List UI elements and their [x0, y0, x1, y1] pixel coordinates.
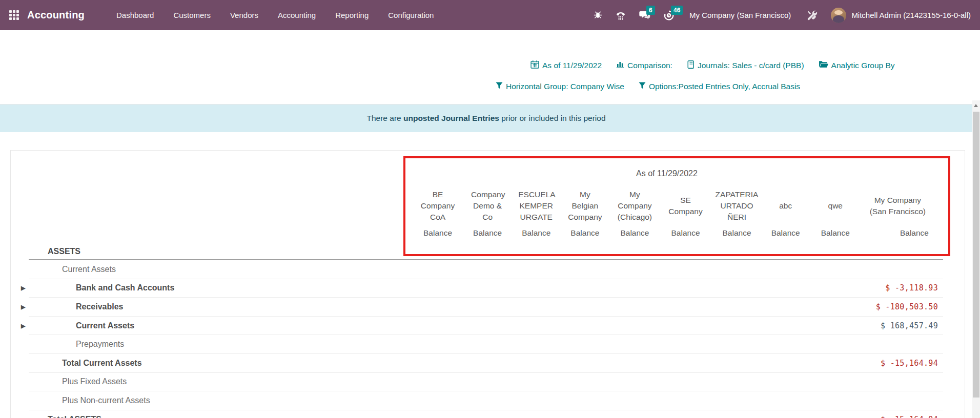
activities-icon[interactable]: 46	[664, 10, 674, 20]
unposted-entries-banner: There are unposted Journal Entries prior…	[0, 104, 972, 132]
row-label: Prepayments	[76, 340, 124, 349]
row-label: Bank and Cash Accounts	[76, 283, 174, 292]
company-columns-header: BE Company CoABalanceCompany Demo & CoBa…	[400, 183, 933, 240]
period-header: As of 11/29/2022	[400, 169, 933, 178]
user-menu[interactable]: Mitchell Admin (21423155-16-0-all)	[831, 8, 971, 23]
scrollbar-thumb[interactable]	[973, 112, 979, 398]
column-header: My Company (Chicago)Balance	[609, 183, 660, 240]
expand-caret-icon[interactable]: ▶	[21, 322, 25, 329]
column-header: My Belgian CompanyBalance	[560, 183, 609, 240]
expand-caret-icon[interactable]: ▶	[21, 285, 25, 291]
scroll-up-arrow-icon[interactable]	[974, 104, 978, 107]
menu-item-accounting[interactable]: Accounting	[278, 11, 316, 19]
banner-text-suffix: prior or included in this period	[499, 114, 606, 122]
developer-tools-icon[interactable]	[806, 10, 818, 21]
balance-sheet-table: As of 11/29/2022 BE Company CoABalanceCo…	[10, 150, 965, 418]
column-company-name: My Company (Chicago)	[609, 183, 660, 228]
column-company-name: SE Company	[660, 183, 711, 228]
messages-icon[interactable]: 6	[639, 10, 650, 20]
report-row-total-current-assets: Total Current Assets$ -15,164.94	[29, 354, 943, 373]
folder-icon	[819, 60, 828, 70]
calendar-icon	[530, 60, 539, 71]
vertical-scrollbar[interactable]	[972, 100, 980, 418]
column-balance-label: Balance	[413, 228, 463, 240]
messages-count-badge: 6	[646, 6, 655, 15]
row-value: $ -3,118.93	[885, 283, 943, 292]
report-row-current-assets[interactable]: ▶Current Assets$ 168,457.49	[29, 317, 943, 336]
row-label: Total Current Assets	[62, 359, 142, 368]
report-row-total-assets: Total ASSETS$ -15,164.94	[29, 410, 943, 418]
banner-text-bold: unposted Journal Entries	[403, 114, 499, 122]
column-header: BE Company CoABalance	[413, 183, 463, 240]
menu-item-dashboard[interactable]: Dashboard	[116, 11, 154, 19]
menu-item-customers[interactable]: Customers	[173, 11, 211, 19]
filter-comparison[interactable]: Comparison:	[616, 60, 672, 70]
row-value: $ -15,164.94	[881, 415, 943, 418]
column-balance-label: Balance	[560, 228, 609, 240]
column-header: abcBalance	[763, 183, 809, 240]
column-company-name: qwe	[809, 183, 862, 228]
filter-icon	[639, 82, 646, 91]
filter-horizontal-group-company-wise[interactable]: Horizontal Group: Company Wise	[496, 82, 624, 91]
column-company-name: ZAPATERIA URTADO ÑERI	[711, 183, 763, 228]
filter-as-of-11-29-2022[interactable]: As of 11/29/2022	[530, 60, 602, 71]
filter-label: Options:Posted Entries Only, Accrual Bas…	[649, 82, 800, 91]
column-balance-label: Balance	[862, 228, 933, 240]
filter-journals-sales-c-card-pbb[interactable]: Journals: Sales - c/card (PBB)	[687, 60, 804, 71]
column-balance-label: Balance	[463, 228, 512, 240]
column-header: ZAPATERIA URTADO ÑERIBalance	[711, 183, 763, 240]
filter-icon	[496, 82, 503, 91]
column-balance-label: Balance	[512, 228, 560, 240]
report-row-receivables[interactable]: ▶Receivables$ -180,503.50	[29, 298, 943, 317]
report-row-prepayments: Prepayments	[29, 335, 943, 354]
avatar	[831, 8, 846, 23]
row-value: $ -180,503.50	[876, 302, 943, 311]
report-row-bank-and-cash-accounts[interactable]: ▶Bank and Cash Accounts$ -3,118.93	[29, 279, 943, 298]
filter-options-posted-entries-only-accrual-basis[interactable]: Options:Posted Entries Only, Accrual Bas…	[639, 82, 800, 91]
row-label: Receivables	[76, 302, 124, 311]
row-label: Current Assets	[62, 265, 116, 274]
section-assets: ASSETS	[29, 243, 943, 260]
bug-icon[interactable]	[594, 11, 602, 19]
column-company-name: My Company (San Francisco)	[862, 183, 933, 228]
row-value: $ 168,457.49	[881, 321, 943, 330]
filter-analytic-group-by[interactable]: Analytic Group By	[819, 60, 895, 70]
bar-chart-icon	[616, 60, 624, 70]
voip-phone-icon[interactable]	[616, 11, 626, 20]
filter-label: Horizontal Group: Company Wise	[506, 82, 624, 91]
row-value: $ -15,164.94	[881, 359, 943, 368]
menu-item-vendors[interactable]: Vendors	[230, 11, 258, 19]
column-balance-label: Balance	[711, 228, 763, 240]
column-header: SE CompanyBalance	[660, 183, 711, 240]
report-row-current-assets: Current Assets	[29, 260, 943, 279]
menu-item-configuration[interactable]: Configuration	[388, 11, 434, 19]
topbar-right: 6 46 My Company (San Francisco) Mitchell…	[594, 8, 971, 23]
company-switcher[interactable]: My Company (San Francisco)	[689, 11, 791, 19]
column-header: Company Demo & CoBalance	[463, 183, 512, 240]
expand-caret-icon[interactable]: ▶	[21, 303, 25, 310]
column-company-name: Company Demo & Co	[463, 183, 512, 228]
filter-label: Journals: Sales - c/card (PBB)	[698, 61, 804, 70]
column-balance-label: Balance	[809, 228, 862, 240]
row-label: Current Assets	[76, 321, 134, 330]
menu-item-reporting[interactable]: Reporting	[335, 11, 369, 19]
apps-menu-icon[interactable]	[9, 10, 19, 20]
column-company-name: ESCUELA KEMPER URGATE	[512, 183, 560, 228]
report-row-plus-non-current-assets: Plus Non-current Assets	[29, 391, 943, 410]
top-navbar: Accounting DashboardCustomersVendorsAcco…	[0, 0, 980, 30]
row-label: Plus Non-current Assets	[62, 396, 150, 405]
user-name: Mitchell Admin (21423155-16-0-all)	[851, 11, 971, 19]
app-name[interactable]: Accounting	[27, 9, 85, 21]
row-label: Total ASSETS	[48, 415, 101, 418]
column-company-name: BE Company CoA	[413, 183, 463, 228]
filter-label: Comparison:	[627, 61, 672, 70]
filter-label: Analytic Group By	[831, 61, 895, 70]
column-balance-label: Balance	[660, 228, 711, 240]
column-balance-label: Balance	[609, 228, 660, 240]
row-label: Plus Fixed Assets	[62, 377, 127, 386]
main-menu: DashboardCustomersVendorsAccountingRepor…	[116, 11, 434, 19]
column-header: qweBalance	[809, 183, 862, 240]
filters-row-1: As of 11/29/2022Comparison:Journals: Sal…	[530, 60, 895, 71]
column-company-name: abc	[763, 183, 809, 228]
filters-row-2: Horizontal Group: Company WiseOptions:Po…	[496, 82, 800, 91]
